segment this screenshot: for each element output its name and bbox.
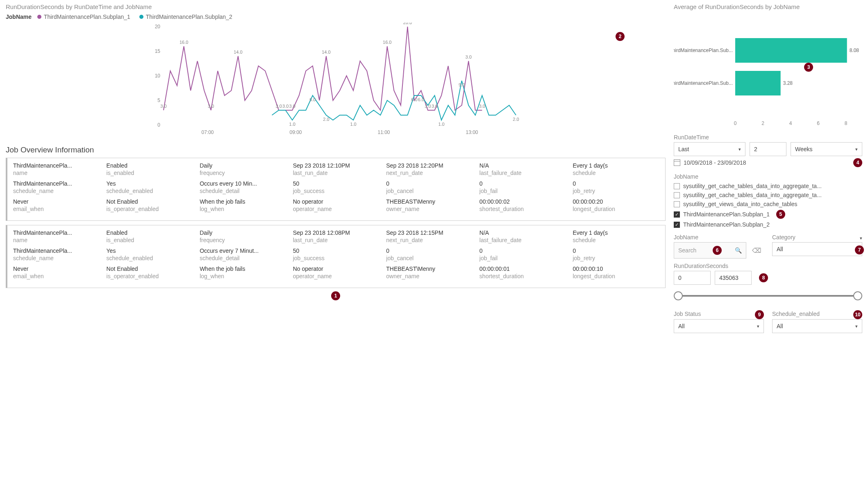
card-cell: Sep 23 2018 12:20PMnext_run_date	[386, 162, 473, 176]
filter-sched-label: Schedule_enabled	[772, 311, 820, 317]
svg-text:2.0: 2.0	[513, 117, 519, 122]
annotation-badge: 6	[713, 246, 722, 255]
card-cell: ThirdMaintenancePla...schedule_name	[13, 247, 100, 261]
card-cell: 00:00:00:10longest_duration	[573, 266, 659, 279]
card-cell: 00:00:00:20longest_duration	[573, 198, 659, 212]
card-cell: Not Enabledis_operator_enabled	[107, 198, 193, 212]
card-cell: 0job_fail	[479, 247, 566, 261]
svg-text:6: 6	[817, 120, 820, 126]
overview-section-title: Job Overview Information	[6, 145, 666, 154]
svg-text:3.0: 3.0	[479, 104, 485, 109]
chevron-down-icon[interactable]: ▾	[860, 236, 862, 241]
svg-text:6.0: 6.0	[418, 97, 424, 102]
svg-text:3.0: 3.0	[208, 104, 214, 109]
jobname-search-input[interactable]: Search 6 🔍	[674, 242, 746, 259]
jobstatus-select[interactable]: All▾	[674, 319, 764, 333]
jobname-checkbox-row[interactable]: sysutility_get_cache_tables_data_into_ag…	[674, 182, 862, 191]
checkbox-icon[interactable]	[674, 192, 680, 198]
card-cell: ThirdMaintenancePla...name	[13, 229, 100, 243]
annotation-badge: 9	[755, 310, 764, 319]
eraser-icon[interactable]: ⌫	[750, 247, 764, 254]
svg-rect-32	[735, 38, 847, 63]
svg-text:2: 2	[761, 120, 764, 126]
card-cell: Yesschedule_enabled	[107, 180, 193, 194]
relative-mode-select[interactable]: Last▾	[674, 142, 745, 156]
svg-text:3.0: 3.0	[466, 54, 472, 59]
card-cell: Neveremail_when	[13, 266, 100, 279]
annotation-badge: 3	[804, 63, 813, 72]
checkbox-icon[interactable]: ✓	[674, 222, 680, 228]
card-cell: N/Alast_failure_date	[479, 229, 566, 243]
line-chart[interactable]: RunDurationSeconds by RunDateTime and Jo…	[6, 3, 666, 139]
bar-chart-svg[interactable]: ThirdMaintenancePlan.Sub...8.08ThirdMain…	[674, 14, 862, 128]
category-select[interactable]: All▾	[772, 242, 862, 256]
checkbox-icon[interactable]	[674, 183, 680, 189]
jobname-checkbox-row[interactable]: ✓ThirdMaintenancePlan.Subplan_2	[674, 220, 862, 229]
svg-text:1.0: 1.0	[438, 122, 444, 127]
svg-text:3.0: 3.0	[276, 104, 282, 109]
rundur-slider[interactable]	[674, 290, 862, 302]
checkbox-icon[interactable]: ✓	[674, 211, 680, 218]
annotation-badge: 10	[853, 310, 862, 319]
card-cell: ThirdMaintenancePla...name	[13, 162, 100, 176]
svg-text:3.0: 3.0	[425, 104, 431, 109]
svg-text:14.0: 14.0	[234, 50, 242, 54]
filter-search-label: JobName	[674, 234, 764, 241]
svg-text:ThirdMaintenancePlan.Sub...: ThirdMaintenancePlan.Sub...	[674, 48, 733, 53]
checkbox-icon[interactable]	[674, 201, 680, 207]
svg-text:13:00: 13:00	[466, 129, 478, 135]
card-cell: No operatoroperator_name	[293, 266, 380, 279]
jobname-checkbox-row[interactable]: ✓ThirdMaintenancePlan.Subplan_15	[674, 209, 862, 220]
svg-text:1.0: 1.0	[350, 122, 356, 127]
card-cell: Sep 23 2018 12:10PMlast_run_date	[293, 162, 380, 176]
annotation-badge: 4	[853, 158, 862, 167]
svg-text:2.0: 2.0	[323, 117, 329, 122]
svg-text:20.0: 20.0	[403, 23, 412, 25]
job-card[interactable]: ThirdMaintenancePla...nameEnabledis_enab…	[6, 225, 666, 288]
svg-text:15: 15	[155, 48, 161, 54]
svg-text:0: 0	[157, 122, 160, 128]
filter-rundur-label: RunDurationSeconds	[674, 263, 862, 269]
card-cell: Yesschedule_enabled	[107, 247, 193, 261]
search-icon: 🔍	[735, 247, 742, 254]
rundur-min-input[interactable]: 0	[674, 271, 711, 285]
jobname-checkbox-row[interactable]: sysutility_get_cache_tables_data_into_ag…	[674, 191, 862, 200]
legend-dot-icon	[37, 15, 41, 19]
svg-text:16.0: 16.0	[383, 40, 391, 45]
card-cell: N/Alast_failure_date	[479, 162, 566, 176]
card-cell: Not Enabledis_operator_enabled	[107, 266, 193, 279]
calendar-icon	[674, 159, 680, 166]
card-cell: 0job_retry	[573, 247, 659, 261]
legend-label: JobName	[6, 14, 32, 20]
card-cell: No operatoroperator_name	[293, 198, 380, 212]
card-cell: Every 1 day(sschedule	[573, 162, 659, 176]
card-cell: THEBEAST\Mennyowner_name	[386, 266, 473, 279]
svg-text:5: 5	[157, 98, 160, 103]
date-range-display[interactable]: 10/09/2018 - 23/09/2018	[674, 159, 746, 166]
card-cell: When the job failslog_when	[200, 198, 286, 212]
line-chart-svg: 0510152007:0009:0011:0013:003.016.03.014…	[6, 23, 666, 137]
filter-category-label: Category	[772, 234, 795, 241]
chevron-down-icon: ▾	[855, 324, 858, 329]
relative-count-input[interactable]: 2	[750, 142, 786, 156]
slider-thumb-max[interactable]	[853, 291, 862, 300]
svg-text:11:00: 11:00	[377, 129, 390, 135]
rundur-max-input[interactable]: 435063	[715, 271, 752, 285]
card-cell: 0job_cancel	[386, 247, 473, 261]
card-cell: ThirdMaintenancePla...schedule_name	[13, 180, 100, 194]
job-card[interactable]: ThirdMaintenancePla...nameEnabledis_enab…	[6, 158, 666, 221]
jobname-checkbox-row[interactable]: sysutility_get_views_data_into_cache_tab…	[674, 200, 862, 209]
svg-text:3.28: 3.28	[783, 80, 793, 86]
slider-thumb-min[interactable]	[674, 291, 683, 300]
line-chart-legend: JobName ThirdMaintenancePlan.Subplan_1 T…	[6, 14, 666, 20]
card-cell: Sep 23 2018 12:15PMnext_run_date	[386, 229, 473, 243]
svg-text:3.0: 3.0	[160, 104, 166, 109]
annotation-badge: 7	[855, 245, 864, 254]
card-cell: Neveremail_when	[13, 198, 100, 212]
relative-unit-select[interactable]: Weeks▾	[791, 142, 862, 156]
card-cell: Enabledis_enabled	[107, 229, 193, 243]
annotation-badge: 5	[776, 210, 785, 219]
filter-rundatetime-label: RunDateTime	[674, 134, 862, 141]
sched-select[interactable]: All▾	[772, 319, 862, 333]
svg-text:3.0: 3.0	[432, 104, 438, 109]
